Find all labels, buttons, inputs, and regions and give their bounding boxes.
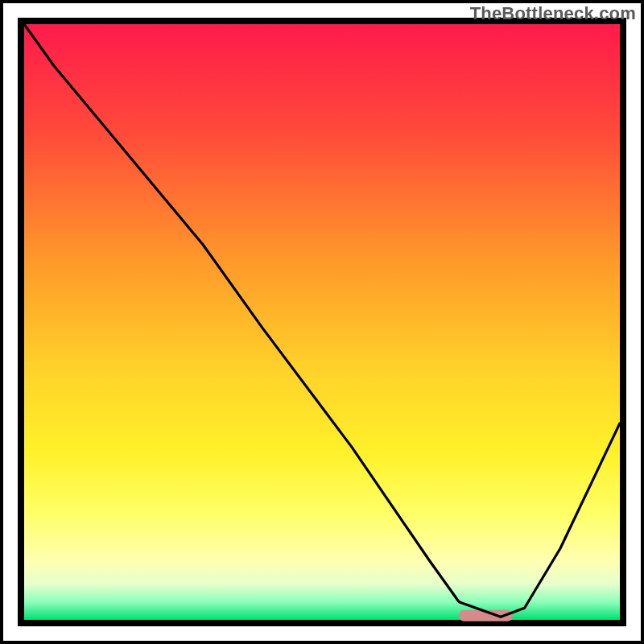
chart-container: TheBottleneck.com: [0, 0, 644, 644]
gradient-background: [24, 24, 620, 620]
watermark-text: TheBottleneck.com: [470, 3, 636, 24]
bottleneck-chart: [0, 0, 644, 644]
